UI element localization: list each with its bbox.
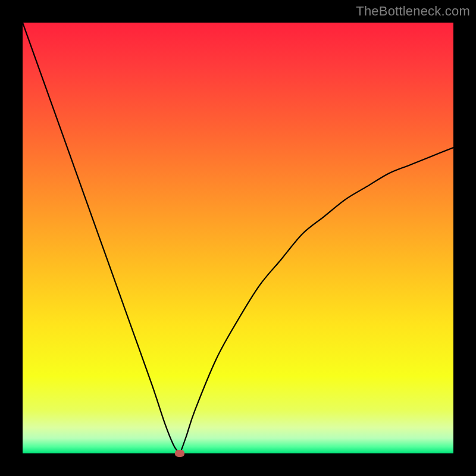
watermark-text: TheBottleneck.com (356, 4, 470, 19)
bottleneck-curve (23, 23, 453, 453)
optimal-marker (175, 450, 184, 457)
chart-frame: TheBottleneck.com (0, 0, 476, 476)
plot-area (23, 23, 453, 453)
